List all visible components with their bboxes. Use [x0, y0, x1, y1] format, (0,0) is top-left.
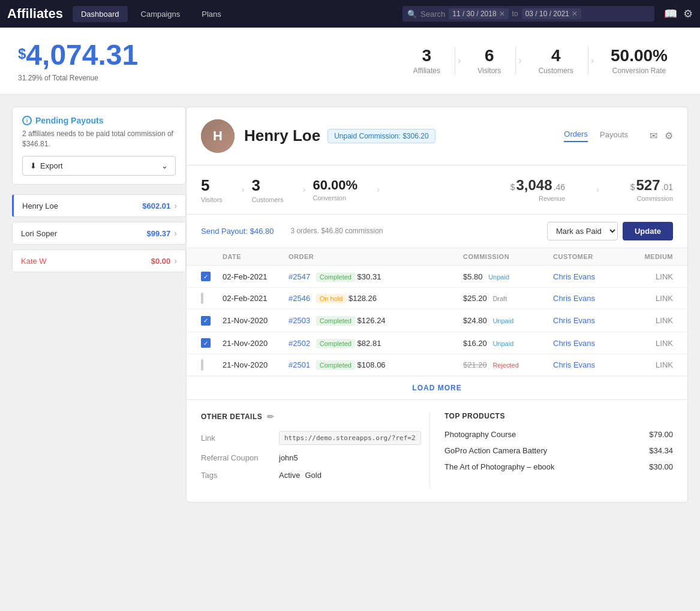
row-medium-2: LINK [631, 294, 673, 303]
customer-link-1[interactable]: Chris Evans [553, 272, 595, 281]
coupon-value: john5 [279, 453, 298, 462]
row-checkbox-2[interactable] [201, 293, 203, 304]
tab-payouts[interactable]: Payouts [600, 130, 628, 142]
status-badge-2: On hold [316, 294, 347, 303]
product-row-1: Photography Course $79.00 [444, 430, 673, 439]
status-badge-1: Completed [316, 272, 355, 282]
row-commission-1: $5.80 Unpaid [463, 272, 553, 281]
export-chevron-icon: ⌄ [161, 161, 168, 170]
nav-dashboard[interactable]: Dashboard [73, 6, 128, 22]
commission-badge: Unpaid Commission: $306.20 [328, 129, 435, 143]
header-icons: 📖 ⚙ [664, 7, 693, 20]
info-icon: i [22, 116, 32, 125]
order-link-1[interactable]: #2547 [289, 272, 310, 281]
pending-title: i Pending Payouts [22, 116, 176, 125]
bottom-section: OTHER DETAILS ✏ Link https://demo.storea… [187, 399, 687, 500]
main-stat: $4,074.31 31.29% of Total Revenue [18, 40, 138, 82]
row-checkbox-3[interactable]: ✓ [201, 316, 211, 326]
commission-status-4: Unpaid [492, 340, 513, 347]
row-commission-3: $24.80 Unpaid [463, 316, 553, 325]
row-order-4: #2502 Completed $82.81 [289, 339, 463, 348]
affiliate-arrow-lori: › [174, 228, 177, 238]
row-commission-2: $25.20 Draft [463, 294, 553, 303]
row-medium-3: LINK [631, 316, 673, 325]
date-from-clear[interactable]: ✕ [499, 10, 505, 18]
table-row: 21-Nov-2020 #2501 Completed $108.06 $21.… [187, 354, 687, 376]
book-icon[interactable]: 📖 [664, 7, 677, 20]
detail-stat-revenue: $ 3,048 .46 Revenue [510, 177, 565, 202]
top-products-title: TOP PRODUCTS [444, 412, 673, 420]
stats-bar: $4,074.31 31.29% of Total Revenue 3 Affi… [0, 28, 700, 95]
row-order-5: #2501 Completed $108.06 [289, 360, 463, 369]
date-to-clear[interactable]: ✕ [572, 10, 578, 18]
nav-plans[interactable]: Plans [193, 6, 230, 22]
row-checkbox-1[interactable]: ✓ [201, 272, 211, 281]
col-date-header: DATE [223, 253, 289, 260]
main-layout: i Pending Payouts 2 affiliates needs to … [0, 95, 700, 514]
order-link-3[interactable]: #2503 [289, 316, 310, 325]
header: Affiliates Dashboard Campaigns Plans 🔍 S… [0, 0, 700, 28]
affiliate-detail-info: Henry Loe Unpaid Commission: $306.20 [244, 127, 435, 145]
settings-icon[interactable]: ⚙ [683, 7, 693, 20]
status-badge-4: Completed [316, 339, 355, 348]
customer-link-3[interactable]: Chris Evans [553, 316, 595, 325]
affiliate-item-henry[interactable]: Henry Loe $602.01 › [12, 194, 186, 217]
detail-settings-icon[interactable]: ⚙ [665, 130, 673, 142]
order-link-2[interactable]: #2546 [289, 294, 310, 303]
row-medium-4: LINK [631, 339, 673, 348]
order-link-5[interactable]: #2501 [289, 360, 310, 369]
detail-arrow-4: › [589, 185, 606, 194]
status-badge-5: Completed [316, 360, 355, 370]
stat-arrow-2: › [516, 55, 524, 66]
affiliate-detail-name: Henry Loe [244, 127, 320, 145]
revenue-sub: 31.29% of Total Revenue [18, 74, 138, 82]
stat-conversion: 50.00% Conversion Rate [596, 46, 682, 75]
stat-customers: 4 Customers [524, 46, 588, 75]
detail-header: H Henry Loe Unpaid Commission: $306.20 O… [187, 107, 687, 165]
detail-tabs: Orders Payouts ✉ ⚙ [564, 130, 673, 142]
table-row: 02-Feb-2021 #2546 On hold $128.26 $25.20… [187, 288, 687, 309]
tab-orders[interactable]: Orders [564, 130, 588, 142]
row-medium-5: LINK [631, 360, 673, 369]
affiliate-item-lori[interactable]: Lori Soper $99.37 › [12, 222, 186, 245]
date-separator: to [512, 10, 518, 18]
payout-info: 3 orders. $46.80 commission [290, 227, 383, 235]
row-date-2: 02-Feb-2021 [223, 294, 289, 303]
stat-affiliates: 3 Affiliates [399, 46, 455, 75]
row-checkbox-5[interactable] [201, 359, 203, 371]
row-customer-2: Chris Evans [553, 294, 631, 303]
mark-paid-select[interactable]: Mark as Paid [547, 222, 618, 240]
customer-link-2[interactable]: Chris Evans [553, 294, 595, 303]
edit-icon[interactable]: ✏ [267, 412, 275, 422]
col-commission-header: COMMISSION [463, 253, 553, 260]
nav-campaigns[interactable]: Campaigns [133, 6, 189, 22]
mail-icon[interactable]: ✉ [650, 130, 657, 142]
main-amount: $4,074.31 [18, 40, 138, 71]
row-date-3: 21-Nov-2020 [223, 316, 289, 325]
customer-link-5[interactable]: Chris Evans [553, 360, 595, 369]
load-more-button[interactable]: LOAD MORE [187, 376, 687, 399]
commission-status-2: Draft [492, 295, 507, 302]
send-payout-button[interactable]: Send Payout: $46.80 [201, 227, 274, 236]
order-link-4[interactable]: #2502 [289, 339, 310, 348]
pending-payouts-card: i Pending Payouts 2 affiliates needs to … [12, 107, 186, 185]
detail-row-tags: Tags Active Gold [201, 471, 429, 480]
avatar: H [201, 119, 235, 153]
export-button[interactable]: ⬇ Export ⌄ [22, 156, 176, 176]
row-customer-4: Chris Evans [553, 339, 631, 348]
detail-stats-row: 5 Visitors › 3 Customers › 60.00% Conver… [187, 165, 687, 215]
date-from-chip: 11 / 30 / 2018 ✕ [449, 8, 508, 19]
row-checkbox-4[interactable]: ✓ [201, 338, 211, 348]
export-icon: ⬇ [30, 161, 37, 170]
affiliate-item-kate[interactable]: Kate W $0.00 › [12, 249, 186, 272]
customer-link-4[interactable]: Chris Evans [553, 339, 595, 348]
tag-gold: Gold [305, 471, 321, 480]
update-button[interactable]: Update [623, 222, 673, 240]
col-customer-header: CUSTOMER [553, 253, 631, 260]
app-title: Affiliates [7, 6, 63, 22]
orders-table: DATE ORDER COMMISSION CUSTOMER MEDIUM ✓ … [187, 248, 687, 400]
detail-panel: H Henry Loe Unpaid Commission: $306.20 O… [186, 107, 688, 502]
table-row: ✓ 21-Nov-2020 #2503 Completed $126.24 $2… [187, 309, 687, 332]
stat-arrow-1: › [455, 55, 463, 66]
tag-active: Active [279, 471, 300, 480]
